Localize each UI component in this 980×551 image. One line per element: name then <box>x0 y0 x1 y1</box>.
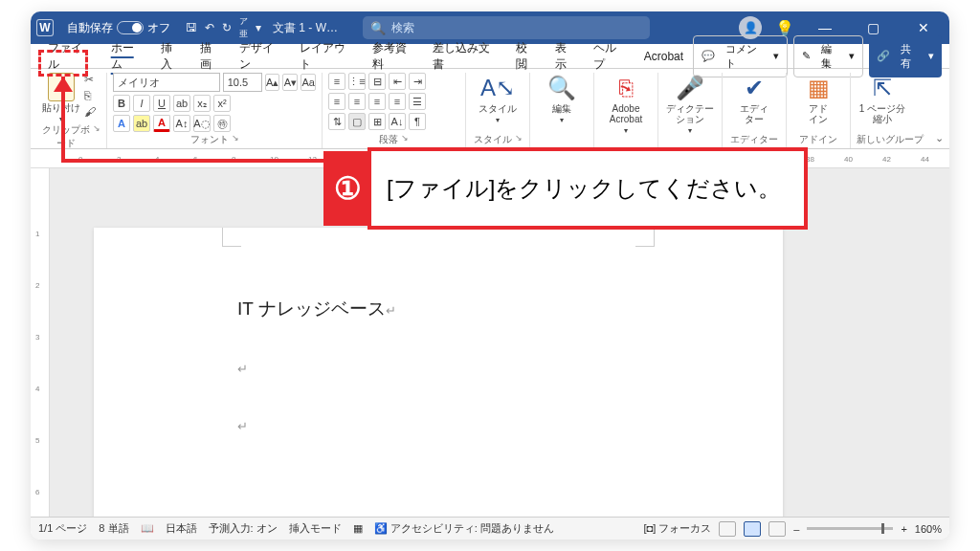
font-name-select[interactable]: メイリオ <box>113 73 220 92</box>
addin-button[interactable]: ▦ アドイン <box>792 73 844 133</box>
multilevel-icon[interactable]: ⊟ <box>368 73 386 90</box>
editor-icon: ✔︎ <box>745 75 764 101</box>
margin-guide <box>222 228 241 247</box>
editor-button[interactable]: ✔︎ エディター <box>728 73 780 133</box>
document-text[interactable]: IT ナレッジベース↵ <box>237 297 396 321</box>
dialog-launcher-icon[interactable]: ↘ <box>93 123 100 150</box>
page-count[interactable]: 1/1 ページ <box>38 521 87 536</box>
enclose-char-button[interactable]: ㊕ <box>213 115 231 132</box>
font-size-select[interactable]: 10.5 <box>223 73 262 92</box>
underline-button[interactable]: U <box>153 95 170 112</box>
accessibility-status[interactable]: ♿ アクセシビリティ: 問題ありません <box>374 521 554 536</box>
menubar: ファイル ホーム 挿入 描画 デザイン レイアウト 参考資料 差し込み文書 校閲… <box>31 44 949 69</box>
align-center-icon[interactable]: ≡ <box>348 93 366 110</box>
statusbar: 1/1 ページ 8 単語 📖 日本語 予測入力: オン 挿入モード ▦ ♿ アク… <box>31 517 949 540</box>
distribute-icon[interactable]: ☰ <box>409 93 426 110</box>
shrink-page-icon: ⇱ <box>873 75 892 101</box>
copy-icon[interactable]: ⎘ <box>84 89 96 102</box>
undo-icon[interactable]: ↶ <box>205 21 214 34</box>
strike-button[interactable]: ab <box>173 95 190 112</box>
margin-guide <box>635 228 655 247</box>
zoom-slider[interactable] <box>807 527 893 530</box>
annotation-step-number: ① <box>323 151 371 226</box>
spellcheck-icon[interactable]: 📖 <box>141 522 154 535</box>
read-mode-icon[interactable] <box>719 521 736 537</box>
show-marks-icon[interactable]: ¶ <box>409 113 426 130</box>
paragraph-mark-icon: ↵ <box>237 362 248 376</box>
dictation-button[interactable]: 🎤 ディクテーション ▾ <box>664 73 716 136</box>
focus-mode[interactable]: [◘] フォーカス <box>643 521 711 536</box>
paragraph-mark-icon: ↵ <box>237 419 248 433</box>
subscript-button[interactable]: x₂ <box>193 95 211 112</box>
mic-icon: 🎤 <box>676 75 704 101</box>
align-left-icon[interactable]: ≡ <box>328 93 345 110</box>
save-icon[interactable]: 🖫 <box>186 21 197 34</box>
bullets-icon[interactable]: ≡ <box>328 73 345 90</box>
increase-indent-icon[interactable]: ⇥ <box>409 73 426 90</box>
phonetic-button[interactable]: A↕ <box>173 115 190 132</box>
borders-icon[interactable]: ⊞ <box>368 113 386 130</box>
acrobat-icon: ⎘ <box>619 75 633 101</box>
clear-format-button[interactable]: A◌ <box>193 115 211 132</box>
app-icon: W <box>36 19 54 36</box>
group-font: メイリオ 10.5 A▴ A▾ Aa B I U ab x₂ x² A ab <box>107 73 323 148</box>
superscript-button[interactable]: x² <box>213 95 231 112</box>
qat-more-icon[interactable]: ▾ <box>256 21 261 34</box>
align-right-icon[interactable]: ≡ <box>368 93 386 110</box>
addin-icon: ▦ <box>808 75 830 101</box>
annotation-text: [ファイル]をクリックしてください。 <box>371 167 796 209</box>
annotation-arrow-icon <box>54 77 73 92</box>
autosave-toggle[interactable]: 自動保存 オフ <box>61 19 176 37</box>
insert-mode[interactable]: 挿入モード <box>289 521 342 536</box>
editing-button[interactable]: 🔍 編集 ▾ <box>536 73 588 136</box>
tab-acrobat[interactable]: Acrobat <box>636 46 691 67</box>
zoom-in-button[interactable]: + <box>901 523 906 535</box>
font-color-button[interactable]: A <box>153 115 170 132</box>
annotation-highlight-rect <box>38 50 88 77</box>
qat-item[interactable]: ア亜 <box>239 15 248 40</box>
text-effects-button[interactable]: A <box>113 115 130 132</box>
word-window: W 自動保存 オフ 🖫 ↶ ↻ ア亜 ▾ 文書 1 - W… 🔍 検索 👤 💡 … <box>31 11 949 540</box>
bold-button[interactable]: B <box>113 95 130 112</box>
shrink-one-page-button[interactable]: ⇱ 1 ページ分縮小 <box>857 73 908 133</box>
zoom-out-button[interactable]: – <box>793 523 799 535</box>
document-page[interactable]: IT ナレッジベース↵ ↵ ↵ <box>94 228 783 517</box>
justify-icon[interactable]: ≡ <box>389 93 406 110</box>
sort-icon[interactable]: A↓ <box>389 113 406 130</box>
shrink-font-icon[interactable]: A▾ <box>282 74 298 91</box>
language[interactable]: 日本語 <box>166 521 197 536</box>
search-placeholder: 検索 <box>391 20 414 36</box>
document-title: 文書 1 - W… <box>273 20 338 36</box>
web-layout-icon[interactable] <box>768 521 786 537</box>
print-layout-icon[interactable] <box>744 521 761 537</box>
zoom-level[interactable]: 160% <box>915 523 942 535</box>
styles-icon: A⤡ <box>480 75 515 101</box>
dialog-launcher-icon[interactable]: ↘ <box>401 133 409 146</box>
collapse-ribbon-icon[interactable]: ⌄ <box>935 132 944 144</box>
ribbon: 貼り付け ▾ ✂ ⎘ 🖌 クリップボード↘ メイリオ 10.5 A▴ A▾ Aa <box>31 69 949 149</box>
shading-icon[interactable]: ▢ <box>348 113 366 130</box>
paragraph-mark-icon: ↵ <box>386 303 396 318</box>
change-case-icon[interactable]: Aa <box>301 74 316 91</box>
annotation-connector <box>61 159 368 163</box>
autosave-label: 自動保存 <box>67 20 113 36</box>
dialog-launcher-icon[interactable]: ↘ <box>232 133 239 146</box>
search-icon: 🔍 <box>370 21 386 35</box>
format-painter-icon[interactable]: 🖌 <box>84 105 96 119</box>
macro-icon[interactable]: ▦ <box>353 522 363 535</box>
italic-button[interactable]: I <box>133 95 150 112</box>
annotation-box: ① [ファイル]をクリックしてください。 <box>368 147 808 230</box>
line-spacing-icon[interactable]: ⇅ <box>328 113 345 130</box>
styles-button[interactable]: A⤡ スタイル ▾ <box>472 73 523 133</box>
redo-icon[interactable]: ↻ <box>222 21 232 34</box>
highlight-button[interactable]: ab <box>133 115 150 132</box>
predictive-input[interactable]: 予測入力: オン <box>209 521 278 536</box>
grow-font-icon[interactable]: A▴ <box>265 74 280 91</box>
group-paragraph: ≡ ⋮≡ ⊟ ⇤ ⇥ ≡ ≡ ≡ ≡ ☰ ⇅ ▢ ⊞ A↓ <box>323 73 466 148</box>
numbering-icon[interactable]: ⋮≡ <box>348 73 366 90</box>
autosave-state: オフ <box>147 20 170 36</box>
vertical-ruler[interactable]: 123456 <box>31 168 50 517</box>
decrease-indent-icon[interactable]: ⇤ <box>389 73 406 90</box>
acrobat-button[interactable]: ⎘ AdobeAcrobat ▾ <box>600 73 652 136</box>
word-count[interactable]: 8 単語 <box>99 521 128 536</box>
